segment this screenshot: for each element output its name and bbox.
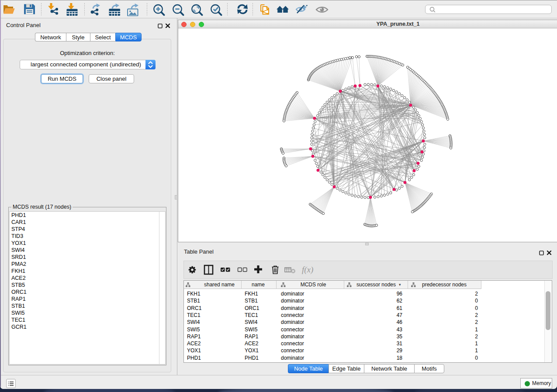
svg-text:f(x): f(x)	[302, 265, 313, 275]
